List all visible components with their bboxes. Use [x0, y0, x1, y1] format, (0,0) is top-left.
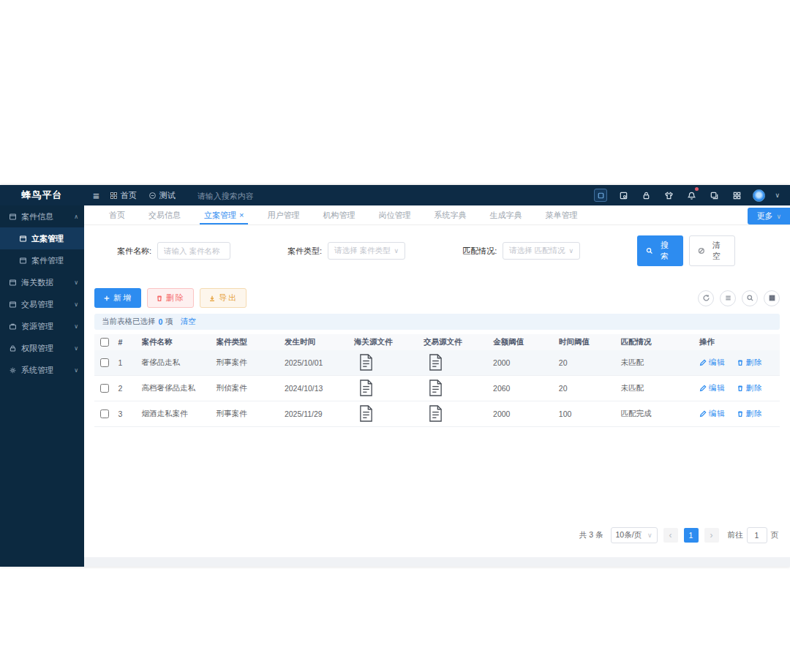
sidebar-item-system-mgmt[interactable]: 系统管理 ∨	[0, 359, 84, 381]
edit-link[interactable]: 编辑	[699, 358, 726, 368]
export-button[interactable]: 导出	[200, 288, 247, 308]
cell-case-name: 烟酒走私案件	[139, 409, 214, 419]
tab-menu-mgmt[interactable]: 菜单管理	[533, 205, 589, 224]
tab-org-mgmt[interactable]: 机构管理	[311, 205, 366, 224]
search-button-label: 搜索	[656, 240, 674, 262]
trade-file-cell[interactable]	[421, 353, 490, 373]
lock-icon[interactable]	[639, 189, 652, 202]
row-checkbox[interactable]	[100, 358, 109, 367]
sidebar-item-case-info[interactable]: 案件信息 ∧	[0, 205, 84, 227]
match-status-placeholder: 请选择 匹配情况	[509, 246, 565, 256]
row-checkbox[interactable]	[100, 384, 109, 393]
screenshot-icon[interactable]	[617, 189, 630, 202]
user-menu-caret-icon[interactable]: ∨	[775, 192, 780, 199]
tab-filing-mgmt[interactable]: 立案管理 ×	[192, 205, 255, 224]
pencil-icon	[699, 410, 707, 418]
customs-file-cell[interactable]	[351, 353, 421, 373]
layers-copy-icon[interactable]	[707, 189, 721, 202]
add-button[interactable]: 新增	[94, 288, 141, 308]
refresh-icon[interactable]	[698, 290, 714, 306]
selection-clear-link[interactable]: 清空	[181, 317, 196, 327]
trash-icon	[156, 295, 163, 302]
sidebar-item-label: 案件信息	[21, 211, 53, 222]
tab-home[interactable]: 首页	[97, 205, 137, 224]
page-number-1[interactable]: 1	[684, 528, 699, 543]
chevron-down-icon: ∨	[394, 247, 399, 254]
column-settings-icon[interactable]	[764, 290, 780, 306]
goto-page-input[interactable]	[747, 527, 767, 543]
window-icon	[9, 301, 17, 309]
sidebar-item-permission-mgmt[interactable]: 权限管理 ∨	[0, 337, 84, 359]
topbar-test-link[interactable]: 测试	[148, 190, 176, 201]
sidebar-item-filing-mgmt[interactable]: 立案管理	[0, 227, 84, 249]
table-header-row: # 案件名称 案件类型 发生时间 海关源文件 交易源文件 金额阈值 时间阈值 匹…	[94, 334, 780, 350]
search-button[interactable]: 搜索	[637, 235, 683, 266]
customs-file-cell[interactable]	[351, 404, 421, 424]
cell-index: 3	[116, 409, 139, 418]
edit-link[interactable]: 编辑	[699, 409, 726, 419]
global-search[interactable]	[198, 189, 322, 202]
customs-file-cell[interactable]	[351, 379, 421, 399]
monitor-icon[interactable]	[594, 189, 607, 202]
trade-file-cell[interactable]	[421, 404, 490, 424]
grid-icon	[110, 192, 118, 200]
case-name-input[interactable]	[164, 246, 224, 255]
header-time-threshold: 时间阈值	[556, 337, 618, 347]
tab-user-mgmt[interactable]: 用户管理	[255, 205, 311, 224]
select-all-checkbox[interactable]	[100, 338, 109, 347]
export-download-icon	[208, 295, 216, 302]
row-checkbox[interactable]	[100, 409, 109, 418]
edit-link[interactable]: 编辑	[699, 383, 726, 393]
cell-time: 100	[556, 409, 618, 418]
cell-date: 2024/10/13	[282, 384, 351, 393]
sidebar: 案件信息 ∧ 立案管理 案件管理 海关数据 ∨ 交易管理 ∨	[0, 205, 84, 567]
header-case-name: 案件名称	[139, 337, 214, 347]
match-status-select[interactable]: 请选择 匹配情况 ∨	[503, 242, 580, 260]
fullscreen-grid-icon[interactable]	[730, 189, 743, 202]
sidebar-item-resource-mgmt[interactable]: 资源管理 ∨	[0, 315, 84, 337]
delete-link[interactable]: 删除	[737, 409, 763, 419]
tabs-more-button[interactable]: 更多 ∨	[748, 208, 790, 224]
cell-amount: 2060	[490, 384, 556, 393]
header-match-status: 匹配情况	[617, 337, 696, 347]
page-size-select[interactable]: 10条/页 ∨	[611, 527, 658, 543]
theme-tshirt-icon[interactable]	[662, 189, 675, 202]
menu-toggle-icon[interactable]: ≡	[93, 189, 99, 202]
delete-link[interactable]: 删除	[737, 358, 763, 368]
goto-prefix: 前往	[728, 530, 743, 540]
tab-label: 岗位管理	[378, 210, 410, 221]
goto-page: 前往 页	[728, 527, 779, 543]
global-search-input[interactable]	[198, 192, 322, 200]
table-toolbar: 新增 删除 导出	[94, 288, 780, 308]
search-icon	[646, 247, 653, 254]
tab-trade-info[interactable]: 交易信息	[137, 205, 192, 224]
next-page-button[interactable]: ›	[704, 528, 719, 543]
prev-page-button[interactable]: ‹	[663, 528, 678, 543]
delete-button[interactable]: 删除	[147, 288, 194, 308]
case-type-select[interactable]: 请选择 案件类型 ∨	[328, 242, 405, 260]
sidebar-item-case-mgmt[interactable]: 案件管理	[0, 249, 84, 271]
tab-label: 菜单管理	[545, 210, 577, 221]
user-avatar[interactable]	[753, 189, 765, 202]
notification-bell-icon[interactable]	[685, 189, 698, 202]
chevron-down-icon: ∨	[74, 323, 78, 330]
delete-link-label: 删除	[746, 383, 763, 393]
delete-link[interactable]: 删除	[737, 383, 763, 393]
zoom-search-icon[interactable]	[742, 290, 758, 306]
topbar-home-link[interactable]: 首页	[110, 190, 137, 201]
clear-button[interactable]: 清空	[689, 235, 735, 266]
sidebar-item-trade-mgmt[interactable]: 交易管理 ∨	[0, 293, 84, 315]
row-height-icon[interactable]	[720, 290, 736, 306]
tab-gen-dict[interactable]: 生成字典	[478, 205, 533, 224]
tab-system-dict[interactable]: 系统字典	[422, 205, 478, 224]
trade-file-cell[interactable]	[421, 379, 490, 399]
case-name-field[interactable]	[157, 242, 230, 260]
sidebar-item-customs-data[interactable]: 海关数据 ∨	[0, 271, 84, 293]
close-icon[interactable]: ×	[239, 211, 244, 219]
document-icon	[358, 404, 374, 423]
document-icon	[358, 379, 374, 397]
add-button-label: 新增	[113, 292, 132, 303]
case-name-label: 案件名称:	[117, 246, 151, 257]
tab-post-mgmt[interactable]: 岗位管理	[366, 205, 422, 224]
document-icon	[428, 404, 443, 423]
